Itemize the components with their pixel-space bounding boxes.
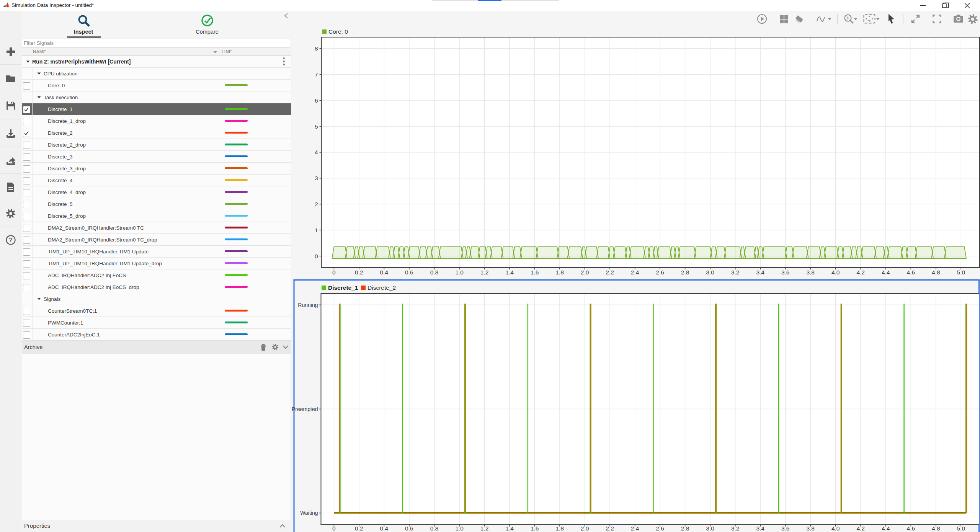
svg-text:2.0: 2.0 — [581, 525, 589, 532]
svg-text:4.6: 4.6 — [907, 269, 915, 276]
svg-text:4.2: 4.2 — [856, 269, 865, 276]
svg-text:1.6: 1.6 — [531, 269, 539, 276]
svg-text:3.2: 3.2 — [731, 269, 740, 276]
svg-text:5: 5 — [315, 123, 318, 130]
svg-text:4.4: 4.4 — [882, 269, 890, 276]
svg-text:3.0: 3.0 — [706, 269, 714, 276]
svg-text:Preempted: Preempted — [292, 406, 318, 412]
svg-text:5.0: 5.0 — [957, 269, 965, 276]
svg-text:3.6: 3.6 — [781, 525, 790, 532]
svg-text:0.8: 0.8 — [430, 525, 439, 532]
svg-text:4.6: 4.6 — [907, 525, 915, 532]
svg-text:0.2: 0.2 — [355, 525, 363, 532]
svg-text:3.4: 3.4 — [756, 269, 764, 276]
svg-text:Core: 0: Core: 0 — [328, 28, 348, 35]
svg-text:3.6: 3.6 — [781, 269, 790, 276]
svg-text:2.4: 2.4 — [631, 269, 639, 276]
svg-text:1.8: 1.8 — [555, 525, 564, 532]
svg-text:0.4: 0.4 — [380, 525, 389, 532]
svg-text:4.8: 4.8 — [932, 525, 940, 532]
svg-text:0: 0 — [332, 525, 336, 532]
svg-text:1.2: 1.2 — [480, 269, 489, 276]
svg-text:1.8: 1.8 — [555, 269, 564, 276]
svg-text:2.8: 2.8 — [681, 525, 689, 532]
svg-text:5.0: 5.0 — [957, 525, 965, 532]
svg-text:2.6: 2.6 — [656, 269, 664, 276]
svg-text:3.0: 3.0 — [706, 525, 714, 532]
svg-text:4.2: 4.2 — [856, 525, 865, 532]
svg-text:2.2: 2.2 — [606, 525, 614, 532]
svg-text:2.2: 2.2 — [606, 269, 614, 276]
svg-text:3.4: 3.4 — [756, 525, 764, 532]
svg-text:6: 6 — [315, 97, 318, 104]
svg-text:3.2: 3.2 — [731, 525, 740, 532]
svg-text:1.0: 1.0 — [455, 525, 464, 532]
svg-text:4.4: 4.4 — [882, 525, 890, 532]
svg-text:0.6: 0.6 — [405, 269, 413, 276]
svg-text:0.4: 0.4 — [380, 269, 389, 276]
svg-text:3: 3 — [315, 175, 318, 181]
svg-text:4.0: 4.0 — [831, 269, 840, 276]
svg-text:0.8: 0.8 — [430, 269, 439, 276]
svg-text:?: ? — [9, 237, 13, 243]
svg-text:3.8: 3.8 — [806, 525, 815, 532]
svg-text:0.2: 0.2 — [355, 269, 363, 276]
svg-text:1: 1 — [315, 227, 318, 233]
svg-text:4.0: 4.0 — [831, 525, 840, 532]
svg-text:2.4: 2.4 — [631, 525, 639, 532]
svg-text:1.6: 1.6 — [531, 525, 539, 532]
svg-text:8: 8 — [315, 45, 318, 52]
svg-text:4: 4 — [315, 149, 318, 155]
svg-text:0: 0 — [315, 253, 318, 259]
svg-text:2: 2 — [315, 201, 318, 207]
svg-text:2.8: 2.8 — [681, 269, 689, 276]
svg-text:7: 7 — [315, 71, 318, 78]
svg-text:2.6: 2.6 — [656, 525, 664, 532]
svg-text:4.8: 4.8 — [932, 269, 940, 276]
svg-text:Running: Running — [298, 302, 318, 308]
svg-text:3.8: 3.8 — [806, 269, 815, 276]
svg-text:1.4: 1.4 — [505, 269, 514, 276]
svg-text:2.0: 2.0 — [581, 269, 589, 276]
svg-text:0: 0 — [332, 269, 336, 276]
svg-text:Waiting: Waiting — [300, 510, 318, 516]
svg-text:Discrete_2: Discrete_2 — [368, 284, 396, 291]
svg-text:Discrete_1: Discrete_1 — [328, 284, 358, 291]
svg-text:1.2: 1.2 — [480, 525, 489, 532]
svg-text:1.0: 1.0 — [455, 269, 464, 276]
svg-text:1.4: 1.4 — [505, 525, 514, 532]
svg-text:0.6: 0.6 — [405, 525, 413, 532]
